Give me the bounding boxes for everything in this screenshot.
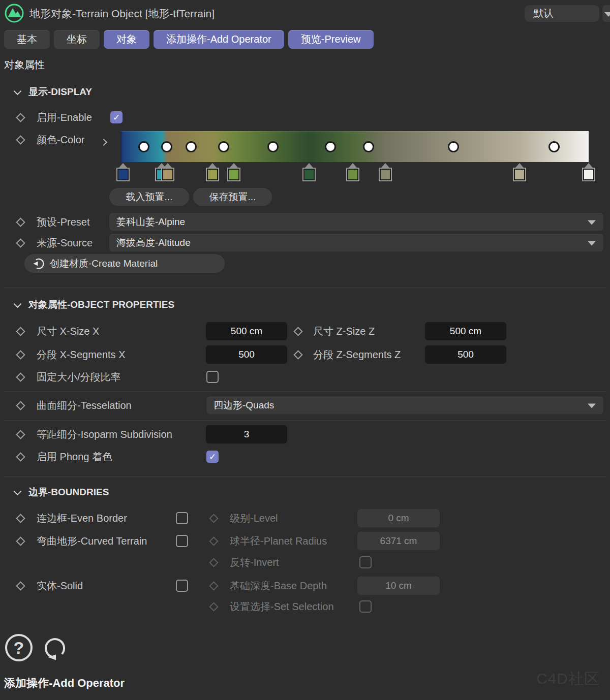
divider bbox=[4, 476, 606, 477]
gradient-stops-strip bbox=[120, 163, 589, 182]
scheme-dropdown-arrow-button[interactable] bbox=[602, 5, 610, 22]
chevron-down-icon bbox=[14, 488, 22, 496]
preset-dropdown-value: 姜科山姜-Alpine bbox=[116, 215, 185, 229]
curved-terrain-checkbox[interactable] bbox=[176, 535, 188, 547]
gradient-knot[interactable] bbox=[448, 141, 459, 152]
segments-z-label: 分段 Z-Segments Z bbox=[313, 348, 401, 362]
planet-radius-label: 球半径-Planet Radius bbox=[230, 534, 327, 548]
row-preset-buttons: 载入预置... 保存预置... bbox=[0, 188, 610, 206]
help-icon[interactable]: ? bbox=[5, 634, 33, 661]
gradient-stop-marker[interactable] bbox=[161, 163, 174, 181]
keyframe-diamond-icon[interactable] bbox=[17, 239, 24, 246]
segments-x-label: 分段 X-Segments X bbox=[37, 348, 126, 362]
color-gradient-bar[interactable] bbox=[120, 131, 589, 162]
chevron-right-icon[interactable] bbox=[100, 139, 107, 146]
size-x-label: 尺寸 X-Size X bbox=[37, 325, 99, 338]
fixed-ratio-label: 固定大小/分段比率 bbox=[37, 370, 121, 384]
planet-radius-field: 6371 cm bbox=[357, 532, 440, 550]
row-solid-base-depth: 实体-Solid 基础深度-Base Depth 10 cm bbox=[0, 577, 610, 595]
keyframe-diamond-icon[interactable] bbox=[17, 582, 24, 589]
isoparm-label: 等距细分-Isoparm Subdivision bbox=[37, 428, 172, 441]
keyframe-diamond-icon[interactable] bbox=[17, 402, 24, 409]
preset-dropdown[interactable]: 姜科山姜-Alpine bbox=[109, 213, 603, 231]
tab-add-operator[interactable]: 添加操作-Add Operator bbox=[154, 30, 284, 49]
level-field: 0 cm bbox=[357, 509, 440, 527]
divider bbox=[4, 288, 606, 288]
gradient-knot[interactable] bbox=[325, 141, 336, 152]
row-phong: 启用 Phong 着色 bbox=[0, 449, 610, 464]
row-enable: 启用-Enable bbox=[0, 110, 610, 125]
scheme-dropdown[interactable]: 默认 bbox=[525, 5, 599, 22]
tesselation-dropdown-value: 四边形-Quads bbox=[214, 399, 274, 412]
row-fixed-ratio: 固定大小/分段比率 bbox=[0, 369, 610, 385]
row-size: 尺寸 X-Size X 500 cm 尺寸 Z-Size Z 500 cm bbox=[0, 322, 610, 340]
keyframe-diamond-icon[interactable] bbox=[294, 328, 301, 335]
enable-checkbox[interactable] bbox=[110, 111, 123, 123]
curved-terrain-label: 弯曲地形-Curved Terrain bbox=[37, 534, 147, 548]
tab-object[interactable]: 对象 bbox=[104, 30, 149, 49]
gradient-knot[interactable] bbox=[138, 141, 149, 152]
create-material-arrow-icon bbox=[33, 258, 45, 270]
load-preset-button[interactable]: 载入预置... bbox=[109, 188, 189, 206]
create-material-label: 创建材质-Create Material bbox=[50, 257, 158, 270]
gradient-stop-marker[interactable] bbox=[116, 163, 130, 181]
fixed-ratio-checkbox[interactable] bbox=[206, 371, 219, 383]
phong-label: 启用 Phong 着色 bbox=[37, 450, 112, 464]
keyframe-diamond-icon[interactable] bbox=[17, 515, 24, 522]
save-preset-button[interactable]: 保存预置... bbox=[193, 188, 272, 206]
keyframe-diamond-icon[interactable] bbox=[17, 431, 24, 438]
gradient-knot[interactable] bbox=[548, 141, 560, 152]
segments-z-field[interactable]: 500 bbox=[425, 345, 506, 364]
keyframe-diamond-icon[interactable] bbox=[17, 136, 24, 143]
even-border-checkbox[interactable] bbox=[176, 512, 188, 524]
keyframe-diamond-icon[interactable] bbox=[17, 453, 24, 460]
set-selection-label: 设置选择-Set Selection bbox=[230, 600, 334, 614]
chevron-down-icon bbox=[588, 404, 596, 408]
tesselation-dropdown[interactable]: 四边形-Quads bbox=[206, 396, 603, 414]
gradient-stop-marker[interactable] bbox=[379, 163, 392, 181]
gradient-knot[interactable] bbox=[218, 141, 229, 152]
keyframe-diamond-icon[interactable] bbox=[17, 218, 24, 226]
keyframe-diamond-icon[interactable] bbox=[17, 328, 24, 335]
gradient-knot[interactable] bbox=[363, 141, 374, 152]
gradient-knot[interactable] bbox=[161, 141, 172, 152]
size-z-label: 尺寸 Z-Size Z bbox=[313, 325, 375, 338]
base-depth-label: 基础深度-Base Depth bbox=[230, 579, 327, 593]
divider bbox=[4, 420, 606, 421]
isoparm-field[interactable]: 3 bbox=[206, 425, 287, 443]
row-curved-terrain-radius: 弯曲地形-Curved Terrain 球半径-Planet Radius 63… bbox=[0, 532, 610, 550]
row-invert: 反转-Invert bbox=[0, 555, 610, 570]
gradient-knot[interactable] bbox=[186, 141, 197, 152]
gradient-knot[interactable] bbox=[267, 141, 279, 152]
gradient-stop-marker[interactable] bbox=[582, 163, 595, 181]
keyframe-diamond-icon[interactable] bbox=[17, 373, 24, 380]
keyframe-diamond-icon bbox=[210, 603, 217, 610]
keyframe-diamond-icon[interactable] bbox=[294, 351, 301, 358]
reset-icon[interactable] bbox=[41, 634, 69, 664]
tab-basic[interactable]: 基本 bbox=[4, 30, 50, 49]
keyframe-diamond-icon[interactable] bbox=[17, 537, 24, 545]
tab-coordinates[interactable]: 坐标 bbox=[54, 30, 100, 49]
gradient-stop-marker[interactable] bbox=[513, 163, 526, 181]
gradient-stop-marker[interactable] bbox=[346, 163, 359, 181]
source-label: 来源-Source bbox=[37, 236, 93, 249]
keyframe-diamond-icon[interactable] bbox=[17, 351, 24, 358]
segments-x-field[interactable]: 500 bbox=[206, 345, 287, 364]
row-set-selection: 设置选择-Set Selection bbox=[0, 599, 610, 614]
gradient-stop-marker[interactable] bbox=[206, 163, 219, 181]
phong-checkbox[interactable] bbox=[206, 451, 219, 463]
keyframe-diamond-icon[interactable] bbox=[17, 114, 24, 121]
size-z-field[interactable]: 500 cm bbox=[425, 322, 506, 340]
gradient-stop-marker[interactable] bbox=[227, 163, 240, 181]
size-x-field[interactable]: 500 cm bbox=[206, 322, 287, 340]
create-material-button[interactable]: 创建材质-Create Material bbox=[24, 254, 225, 273]
solid-checkbox[interactable] bbox=[176, 580, 188, 592]
watermark: C4D社区 bbox=[536, 669, 600, 689]
tab-bar: 基本坐标对象添加操作-Add Operator预览-Preview bbox=[4, 30, 374, 49]
row-tesselation: 曲面细分-Tesselation 四边形-Quads bbox=[0, 396, 610, 414]
tab-preview[interactable]: 预览-Preview bbox=[288, 30, 374, 49]
source-dropdown[interactable]: 海拔高度-Altitude bbox=[109, 234, 603, 251]
chevron-down-icon bbox=[604, 12, 610, 17]
set-selection-checkbox bbox=[359, 600, 372, 613]
gradient-stop-marker[interactable] bbox=[302, 163, 316, 181]
